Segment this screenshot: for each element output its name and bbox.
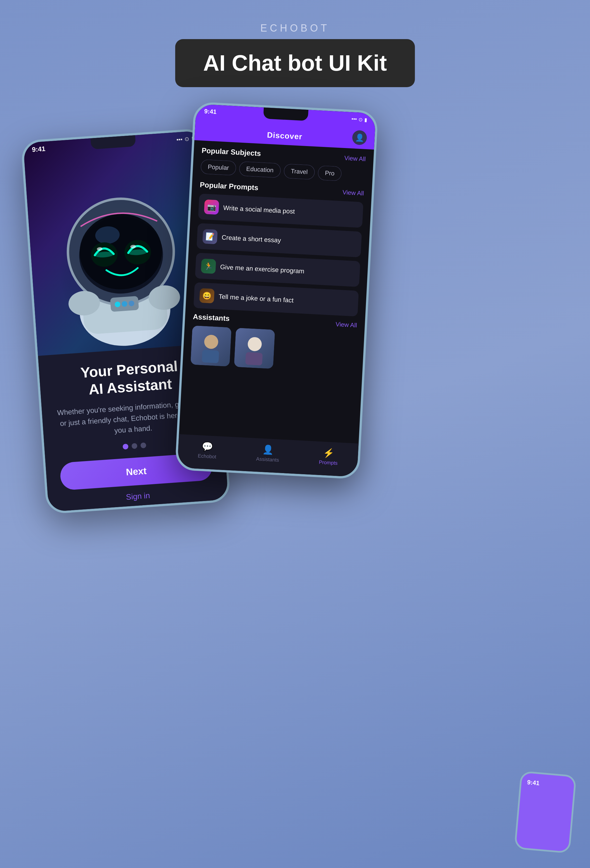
nav-prompts[interactable]: ⚡ Prompts xyxy=(319,447,338,466)
prompt-icon-1: 📷 xyxy=(204,199,219,215)
prompts-nav-icon: ⚡ xyxy=(323,447,335,458)
subjects-title: Popular Subjects xyxy=(201,146,261,158)
chip-travel[interactable]: Travel xyxy=(284,164,315,180)
signal-icon-right: ▪▪▪ xyxy=(352,116,357,123)
phone-right: 9:41 ▪▪▪ ⊙ ▮ Discover 👤 Popular Subjects… xyxy=(175,102,378,480)
title-banner: AI Chat bot UI Kit xyxy=(175,39,415,87)
assistant-avatar-1 xyxy=(191,325,232,366)
assistants-view-all[interactable]: View All xyxy=(336,320,357,329)
prompt-text-2: Create a short essay xyxy=(222,233,281,244)
hint-time: 9:41 xyxy=(527,779,540,787)
prompts-view-all[interactable]: View All xyxy=(342,189,364,197)
prompts-title: Popular Prompts xyxy=(200,180,259,192)
right-time: 9:41 xyxy=(204,108,217,116)
assistant-avatar-2 xyxy=(234,328,275,369)
discover-content: Popular Subjects View All Popular Educat… xyxy=(179,140,374,443)
chip-education[interactable]: Education xyxy=(239,161,281,178)
svg-rect-25 xyxy=(245,352,263,366)
assistants-nav-icon: 👤 xyxy=(262,444,274,455)
svg-point-22 xyxy=(204,335,219,349)
onboarding-title: Your PersonalAI Assistant xyxy=(80,357,180,399)
signin-link[interactable]: Sign in xyxy=(126,491,150,502)
robot-illustration xyxy=(44,146,197,350)
prompt-text-3: Give me an exercise program xyxy=(220,263,305,275)
prompt-item-3[interactable]: 🏃 Give me an exercise program xyxy=(195,253,360,287)
assistants-row xyxy=(191,325,357,373)
dot-3 xyxy=(140,442,146,448)
prompt-item-2[interactable]: 📝 Create a short essay xyxy=(197,223,362,257)
nav-assistants[interactable]: 👤 Assistants xyxy=(256,444,279,463)
svg-point-24 xyxy=(247,337,262,351)
wifi-icon: ⊙ xyxy=(184,136,190,142)
subjects-view-all[interactable]: View All xyxy=(344,155,366,163)
chat-icon: 💬 xyxy=(202,441,213,452)
brand-label: ECHOBOT xyxy=(260,22,330,34)
phone-hint: 9:41 xyxy=(514,771,577,853)
prompt-text-1: Write a social media post xyxy=(223,204,295,215)
signal-icon: ▪▪▪ xyxy=(176,136,183,143)
prompt-text-4: Tell me a joke or a fun fact xyxy=(219,293,294,304)
nav-echobot-label: Echobot xyxy=(198,453,216,460)
chip-pro[interactable]: Pro xyxy=(318,165,342,181)
prompt-item-4[interactable]: 😄 Tell me a joke or a fun fact xyxy=(193,282,359,317)
svg-rect-23 xyxy=(202,350,219,363)
discover-title: Discover xyxy=(267,130,303,141)
assistant-card-2[interactable] xyxy=(234,328,275,369)
battery-icon-right: ▮ xyxy=(364,117,367,123)
nav-echobot[interactable]: 💬 Echobot xyxy=(198,441,217,460)
left-time: 9:41 xyxy=(31,145,46,154)
dot-2 xyxy=(132,443,138,449)
profile-button[interactable]: 👤 xyxy=(352,130,367,145)
prompt-icon-2: 📝 xyxy=(202,229,217,244)
prompt-item-1[interactable]: 📷 Write a social media post xyxy=(198,193,364,228)
main-title: AI Chat bot UI Kit xyxy=(203,50,387,76)
chip-popular[interactable]: Popular xyxy=(200,159,236,176)
page-dots xyxy=(123,442,146,450)
assistant-card-1[interactable] xyxy=(191,325,232,366)
nav-prompts-label: Prompts xyxy=(319,459,338,466)
prompt-icon-3: 🏃 xyxy=(201,258,216,274)
assistants-title: Assistants xyxy=(193,312,230,323)
right-status-icons: ▪▪▪ ⊙ ▮ xyxy=(352,116,367,123)
prompt-icon-4: 😄 xyxy=(199,288,214,304)
nav-assistants-label: Assistants xyxy=(256,456,279,463)
dot-1 xyxy=(123,443,129,449)
wifi-icon-right: ⊙ xyxy=(358,117,363,123)
subjects-chips: Popular Education Travel Pro xyxy=(200,159,365,182)
